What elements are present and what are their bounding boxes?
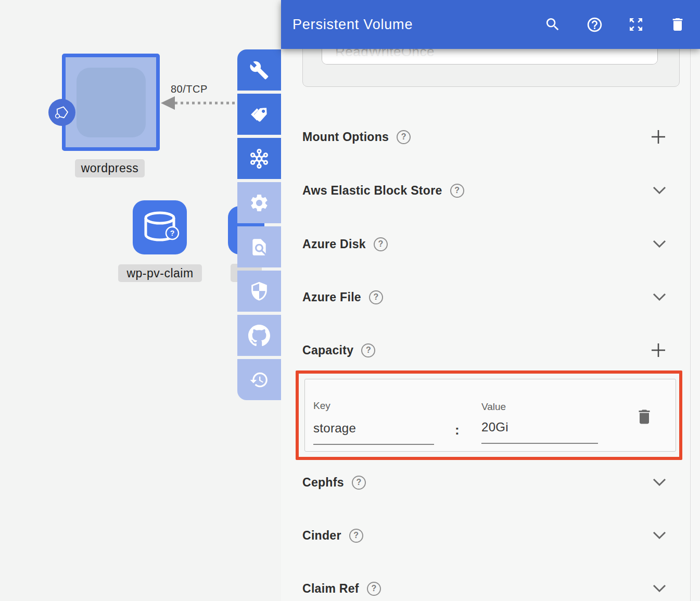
toolbar-button-security[interactable] bbox=[237, 271, 281, 312]
pentagon-icon bbox=[50, 101, 73, 124]
node-wordpress-body bbox=[77, 68, 146, 137]
gear-icon bbox=[249, 193, 270, 213]
trash-icon bbox=[669, 16, 686, 33]
pod-badge-icon[interactable] bbox=[48, 99, 75, 126]
chevron-down-icon bbox=[653, 478, 666, 487]
topology-canvas[interactable]: 80/TCP wordpress ? wp-pv-claim bbox=[0, 0, 281, 601]
help-icon[interactable]: ? bbox=[349, 529, 363, 543]
toolbar-button-github[interactable] bbox=[237, 315, 281, 356]
toolbar-button-build[interactable] bbox=[237, 49, 281, 91]
toolbar-button-settings[interactable] bbox=[237, 182, 281, 223]
section-title: Cinder bbox=[302, 529, 341, 543]
chevron-down-icon bbox=[653, 584, 666, 593]
toolbar-button-labels[interactable] bbox=[237, 94, 281, 135]
expand-button[interactable] bbox=[653, 478, 666, 487]
value-label: Value bbox=[481, 401, 506, 413]
node-wordpress[interactable] bbox=[62, 54, 160, 151]
section-capacity[interactable]: Capacity ? bbox=[302, 340, 666, 361]
panel-scrollbar-track[interactable] bbox=[690, 49, 691, 601]
capacity-entry-card: Key storage : Value 20Gi bbox=[304, 379, 676, 452]
plus-icon bbox=[651, 342, 666, 358]
toolbar-button-inspect[interactable] bbox=[237, 226, 281, 267]
help-icon[interactable]: ? bbox=[367, 582, 381, 596]
help-icon[interactable]: ? bbox=[374, 237, 388, 251]
add-button[interactable] bbox=[651, 129, 666, 145]
expand-view-button[interactable] bbox=[627, 16, 645, 33]
github-icon bbox=[248, 325, 270, 347]
history-icon bbox=[249, 370, 269, 390]
help-icon[interactable]: ? bbox=[450, 184, 464, 198]
node-label-wordpress: wordpress bbox=[75, 159, 145, 177]
question-badge: ? bbox=[170, 229, 175, 237]
key-label: Key bbox=[313, 400, 330, 412]
search-icon bbox=[544, 16, 561, 33]
value-input-underline bbox=[481, 443, 598, 444]
toolbar-button-network[interactable] bbox=[237, 138, 281, 179]
add-button[interactable] bbox=[651, 342, 666, 358]
search-button[interactable] bbox=[544, 16, 562, 33]
help-circle-icon bbox=[586, 16, 603, 33]
canvas-toolbar bbox=[237, 49, 281, 400]
expand-button[interactable] bbox=[653, 584, 666, 593]
section-title: Azure File bbox=[302, 290, 361, 304]
expand-button[interactable] bbox=[653, 240, 666, 248]
key-input[interactable]: storage bbox=[313, 421, 356, 436]
section-title: Cephfs bbox=[302, 476, 344, 490]
persistent-volume-panel: ReadWriteOnce Mount Options ? Aws Elasti… bbox=[281, 0, 700, 601]
section-azure-disk[interactable]: Azure Disk ? bbox=[302, 234, 666, 254]
help-icon[interactable]: ? bbox=[397, 130, 411, 144]
section-title: Aws Elastic Block Store bbox=[302, 184, 442, 198]
node-wp-pv-claim[interactable]: ? bbox=[133, 200, 187, 254]
chevron-down-icon bbox=[653, 186, 666, 195]
panel-title: Persistent Volume bbox=[292, 17, 413, 33]
expand-button[interactable] bbox=[653, 293, 666, 301]
section-title: Mount Options bbox=[302, 130, 389, 144]
edge-port-label: 80/TCP bbox=[171, 83, 208, 95]
section-aws-ebs[interactable]: Aws Elastic Block Store ? bbox=[302, 180, 666, 201]
value-input[interactable]: 20Gi bbox=[481, 420, 508, 434]
tag-icon bbox=[249, 105, 269, 124]
section-cinder[interactable]: Cinder ? bbox=[302, 525, 666, 546]
service-edge-arrow bbox=[159, 95, 237, 111]
help-icon[interactable]: ? bbox=[352, 476, 366, 490]
app-window: 80/TCP wordpress ? wp-pv-claim bbox=[0, 0, 700, 601]
colon-separator: : bbox=[455, 422, 460, 438]
chevron-down-icon bbox=[653, 531, 666, 540]
chevron-down-icon bbox=[653, 240, 666, 248]
node-label-wp-pv-claim: wp-pv-claim bbox=[118, 264, 202, 282]
wrench-icon bbox=[249, 60, 269, 80]
chevron-down-icon bbox=[653, 293, 666, 301]
trash-icon bbox=[635, 407, 654, 426]
help-button[interactable] bbox=[586, 16, 603, 33]
toolbar-button-history[interactable] bbox=[237, 359, 281, 400]
find-in-page-icon bbox=[249, 237, 269, 257]
section-title: Azure Disk bbox=[302, 237, 366, 251]
section-claim-ref[interactable]: Claim Ref ? bbox=[302, 578, 666, 599]
panel-header: Persistent Volume bbox=[281, 0, 700, 49]
shield-icon bbox=[249, 281, 270, 302]
expand-button[interactable] bbox=[653, 531, 666, 540]
key-input-underline bbox=[313, 444, 434, 445]
delete-resource-button[interactable] bbox=[669, 16, 686, 33]
hub-icon bbox=[249, 148, 270, 169]
help-icon[interactable]: ? bbox=[361, 343, 375, 357]
section-mount-options[interactable]: Mount Options ? bbox=[302, 126, 666, 147]
delete-entry-button[interactable] bbox=[635, 407, 654, 426]
expand-button[interactable] bbox=[653, 186, 666, 195]
annotation-highlight-box: Key storage : Value 20Gi bbox=[296, 370, 682, 460]
database-icon: ? bbox=[133, 200, 187, 254]
fullscreen-arrows-icon bbox=[628, 16, 644, 33]
section-azure-file[interactable]: Azure File ? bbox=[302, 287, 666, 308]
help-icon[interactable]: ? bbox=[369, 290, 383, 304]
plus-icon bbox=[651, 129, 666, 145]
section-title: Claim Ref bbox=[302, 582, 359, 596]
section-title: Capacity bbox=[302, 343, 353, 357]
section-cephfs[interactable]: Cephfs ? bbox=[302, 472, 666, 493]
